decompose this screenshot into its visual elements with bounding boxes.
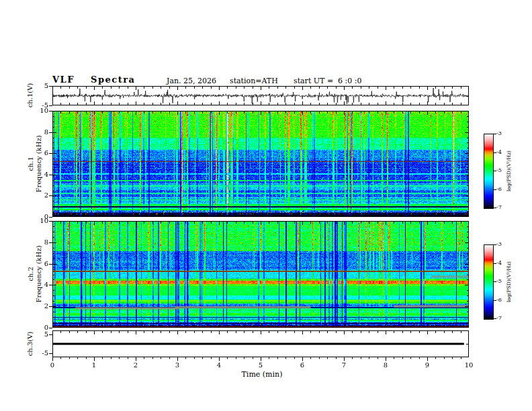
tick-label: 2 bbox=[128, 361, 143, 369]
axis-tick bbox=[49, 353, 52, 354]
tick-label: 8 bbox=[378, 361, 393, 369]
colorbar-tick-label: -6 bbox=[496, 186, 513, 193]
colorbar-tick-label: -4 bbox=[496, 149, 513, 156]
ch1-spectrogram-panel bbox=[52, 111, 469, 217]
axis-tick bbox=[49, 264, 52, 265]
axis-tick bbox=[49, 86, 52, 87]
tick-label: 7 bbox=[337, 361, 351, 369]
tick-label: 5 bbox=[253, 361, 268, 369]
axis-tick bbox=[49, 195, 52, 196]
axis-tick bbox=[49, 285, 52, 285]
ch3-voltage-axis-label: ch.3(V) bbox=[26, 310, 34, 377]
axis-tick bbox=[49, 217, 52, 218]
axis-tick bbox=[49, 242, 52, 243]
axis-tick bbox=[49, 175, 52, 175]
tick-label: 4 bbox=[31, 171, 48, 179]
ch2-frequency-unit-label: Frequency (kHz) bbox=[35, 220, 43, 328]
plot-title: VLF Spectra bbox=[52, 75, 135, 85]
tick-label: 8 bbox=[31, 238, 48, 246]
station-label: station=ATH bbox=[230, 77, 278, 85]
colorbar-tick-label: -6 bbox=[496, 297, 513, 304]
colorbar-tick-label: -3 bbox=[496, 130, 513, 137]
ch1-channel-label: ch.1 bbox=[27, 110, 35, 218]
colorbar-tick-label: -4 bbox=[496, 260, 513, 267]
tick-label: 2 bbox=[31, 302, 48, 310]
axis-tick bbox=[49, 334, 52, 335]
tick-label: 6 bbox=[295, 361, 310, 369]
tick-label: 10 bbox=[31, 107, 48, 115]
date-label: Jan. 25, 2026 bbox=[167, 77, 216, 85]
tick-label: 9 bbox=[420, 361, 435, 369]
ch2-colorbar-gradient bbox=[484, 244, 494, 320]
ch3-waveform-panel bbox=[52, 330, 469, 362]
tick-label: 8 bbox=[31, 128, 48, 136]
colorbar-tick-label: -3 bbox=[496, 241, 513, 248]
axis-tick bbox=[49, 111, 52, 111]
tick-label: 4 bbox=[212, 361, 226, 369]
axis-tick bbox=[49, 132, 52, 133]
ch1-frequency-axis-label: ch.1 Frequency (kHz) bbox=[27, 110, 43, 218]
ch1-waveform-panel bbox=[52, 86, 469, 105]
axis-tick bbox=[49, 221, 52, 222]
ch2-spectrogram-panel bbox=[52, 221, 469, 328]
tick-label: 4 bbox=[31, 281, 48, 289]
tick-label: 6 bbox=[31, 149, 48, 157]
axis-tick bbox=[49, 306, 52, 307]
tick-label: 6 bbox=[31, 260, 48, 268]
tick-label: 10 bbox=[31, 217, 48, 225]
tick-label: -5 bbox=[31, 349, 48, 357]
tick-label: 1 bbox=[87, 361, 101, 369]
tick-label: 3 bbox=[170, 361, 185, 369]
time-axis-label: Time (min) bbox=[222, 370, 302, 379]
axis-tick bbox=[49, 105, 52, 106]
vlf-spectra-figure: VLF Spectra Jan. 25, 2026 station=ATH st… bbox=[0, 0, 532, 411]
tick-label: 0 bbox=[45, 361, 60, 369]
tick-label: 5 bbox=[31, 330, 48, 338]
colorbar-tick-label: -7 bbox=[496, 315, 513, 322]
tick-label: 10 bbox=[461, 361, 476, 369]
axis-tick bbox=[49, 328, 52, 328]
ch1-colorbar-gradient bbox=[484, 134, 494, 209]
start-ut-label: start UT = 6 :0 :0 bbox=[294, 77, 362, 85]
colorbar-tick-label: -7 bbox=[496, 204, 513, 211]
ch1-frequency-unit-label: Frequency (kHz) bbox=[35, 110, 43, 218]
tick-label: 2 bbox=[31, 191, 48, 199]
colorbar-tick-label: -5 bbox=[496, 278, 513, 285]
axis-tick bbox=[49, 153, 52, 154]
colorbar-tick-label: -5 bbox=[496, 167, 513, 174]
tick-label: 5 bbox=[31, 82, 48, 90]
